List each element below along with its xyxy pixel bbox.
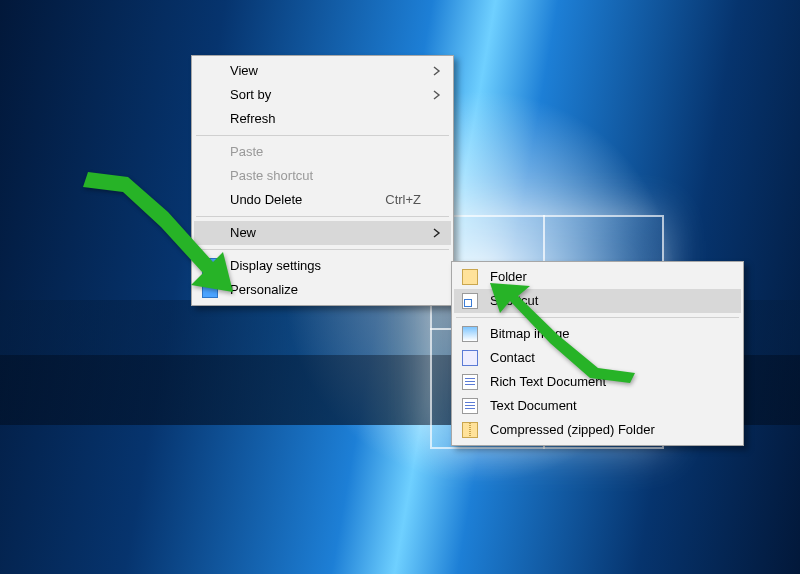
menu-item-refresh[interactable]: Refresh (194, 107, 451, 131)
menu-item-paste: Paste (194, 140, 451, 164)
menu-item-label: Refresh (230, 107, 276, 131)
menu-item-view[interactable]: View (194, 59, 451, 83)
menu-item-label: New (230, 221, 256, 245)
submenu-item-shortcut[interactable]: Shortcut (454, 289, 741, 313)
desktop-context-menu: View Sort by Refresh Paste Paste shortcu… (191, 55, 454, 306)
menu-item-label: Undo Delete (230, 188, 302, 212)
menu-separator (456, 317, 739, 318)
submenu-item-folder[interactable]: Folder (454, 265, 741, 289)
menu-item-label: Bitmap image (490, 322, 569, 346)
menu-item-label: Paste (230, 140, 263, 164)
menu-item-undo-delete[interactable]: Undo Delete Ctrl+Z (194, 188, 451, 212)
submenu-item-zip[interactable]: Compressed (zipped) Folder (454, 418, 741, 442)
txt-icon (462, 398, 480, 414)
menu-item-label: View (230, 59, 258, 83)
submenu-item-txt[interactable]: Text Document (454, 394, 741, 418)
menu-item-sort-by[interactable]: Sort by (194, 83, 451, 107)
menu-item-display-settings[interactable]: Display settings (194, 254, 451, 278)
zip-icon (462, 422, 480, 438)
menu-item-shortcut: Ctrl+Z (385, 188, 421, 212)
submenu-item-bitmap[interactable]: Bitmap image (454, 322, 741, 346)
menu-separator (196, 249, 449, 250)
menu-item-label: Sort by (230, 83, 271, 107)
menu-item-label: Rich Text Document (490, 370, 606, 394)
folder-icon (462, 269, 480, 285)
chevron-right-icon (433, 90, 441, 100)
shortcut-icon (462, 293, 480, 309)
submenu-item-rtf[interactable]: Rich Text Document (454, 370, 741, 394)
new-submenu: Folder Shortcut Bitmap image Contact Ric… (451, 261, 744, 446)
menu-item-personalize[interactable]: Personalize (194, 278, 451, 302)
rtf-icon (462, 374, 480, 390)
menu-item-label: Compressed (zipped) Folder (490, 418, 655, 442)
menu-item-label: Personalize (230, 278, 298, 302)
submenu-item-contact[interactable]: Contact (454, 346, 741, 370)
menu-item-paste-shortcut: Paste shortcut (194, 164, 451, 188)
chevron-right-icon (433, 228, 441, 238)
personalize-icon (202, 282, 220, 298)
menu-item-label: Text Document (490, 394, 577, 418)
bitmap-icon (462, 326, 480, 342)
menu-item-label: Display settings (230, 254, 321, 278)
menu-separator (196, 135, 449, 136)
menu-item-new[interactable]: New (194, 221, 451, 245)
menu-item-label: Shortcut (490, 289, 538, 313)
chevron-right-icon (433, 66, 441, 76)
menu-item-label: Folder (490, 265, 527, 289)
menu-item-label: Contact (490, 346, 535, 370)
menu-separator (196, 216, 449, 217)
display-settings-icon (202, 258, 220, 274)
contact-icon (462, 350, 480, 366)
menu-item-label: Paste shortcut (230, 164, 313, 188)
